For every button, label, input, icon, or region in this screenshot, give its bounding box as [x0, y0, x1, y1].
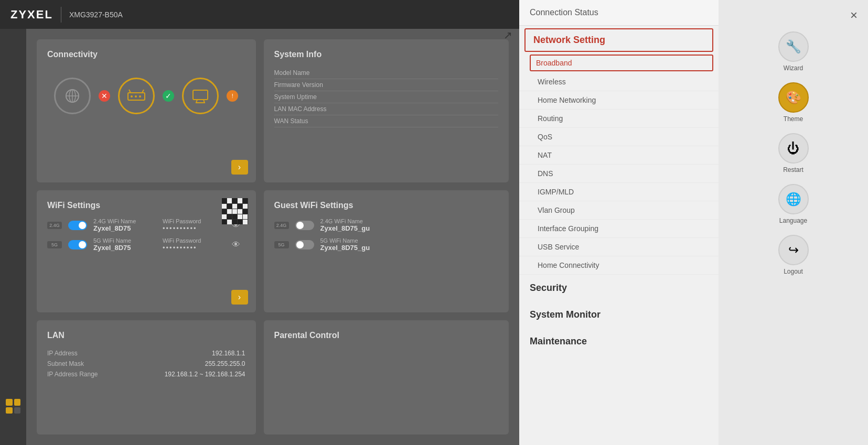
router-icon	[126, 89, 146, 103]
lan-value: 192.168.1.2 ~ 192.168.1.254	[165, 371, 245, 378]
left-sidebar	[0, 29, 26, 445]
nav-section-title[interactable]: Network Setting	[524, 28, 713, 52]
panel-icon-circle: 🎨	[778, 82, 809, 113]
guest-wifi-name-label: 2.4G WiFi Name	[320, 218, 383, 224]
panel-icon-wizard[interactable]: 🔧 Wizard	[778, 31, 809, 72]
sysinfo-row: LAN MAC Address	[274, 103, 499, 115]
topbar-divider	[61, 7, 61, 23]
wifi-toggle[interactable]	[68, 221, 87, 230]
lan-value: 192.168.1.1	[212, 350, 245, 357]
wifi-badge: 5G	[47, 241, 62, 248]
sysinfo-card: System Info Model NameFirmware VersionSy…	[264, 39, 509, 182]
sysinfo-label: WAN Status	[274, 117, 308, 125]
nav-header: Connection Status	[519, 0, 719, 26]
svg-point-9	[139, 95, 141, 97]
globe-icon	[64, 88, 81, 104]
connectivity-title: Connectivity	[47, 50, 245, 59]
sysinfo-label: LAN MAC Address	[274, 105, 327, 113]
lan-label: IP Address Range	[47, 371, 98, 378]
eye-icon[interactable]: 👁	[232, 240, 240, 249]
main-content: Connectivity ✕	[0, 29, 519, 445]
nav-section-security: Security	[519, 275, 719, 301]
grid-cell-1	[6, 399, 13, 406]
nav-section-title[interactable]: System Monitor	[519, 301, 719, 328]
grid-cell-2	[14, 399, 21, 406]
nav-item-wireless[interactable]: Wireless	[519, 73, 719, 91]
computer-circle	[182, 78, 219, 114]
router-circle	[118, 78, 155, 114]
guest-wifi-card: Guest WiFi Settings 2.4G 2.4G WiFi Name …	[264, 190, 509, 312]
nav-item-routing[interactable]: Routing	[519, 110, 719, 128]
panel-icon-circle: ↪	[778, 235, 809, 265]
guest-wifi-rows: 2.4G 2.4G WiFi Name Zyxel_8D75_gu 5G 5G …	[274, 218, 499, 252]
panel-icon-theme[interactable]: 🎨 Theme	[778, 82, 809, 123]
logo: ZYXEL	[10, 8, 53, 21]
nav-item-nat[interactable]: NAT	[519, 146, 719, 165]
wifi-rows: 2.4G 2.4G WiFi Name Zyxel_8D75 WiFi Pass…	[47, 218, 245, 252]
panel-icon-label: Theme	[784, 115, 803, 123]
guest-wifi-name-value: Zyxel_8D75_gu	[320, 244, 383, 252]
nav-item-home-connectivity[interactable]: Home Connectivity	[519, 256, 719, 275]
nav-item-interface-grouping[interactable]: Interface Grouping	[519, 220, 719, 238]
lan-card: LAN IP Address192.168.1.1Subnet Mask255.…	[37, 320, 256, 435]
nav-section-network-setting: Network SettingBroadbandWirelessHome Net…	[519, 28, 719, 275]
panel-icon-circle: ⏻	[778, 133, 809, 164]
sysinfo-row: System Uptime	[274, 91, 499, 103]
panel-icon-logout[interactable]: ↪ Logout	[778, 235, 809, 275]
guest-wifi-title: Guest WiFi Settings	[274, 201, 499, 210]
nav-section-title[interactable]: Security	[519, 275, 719, 301]
right-panel: × 🔧 Wizard 🎨 Theme ⏻ Restart 🌐 Language …	[719, 0, 868, 445]
panel-icon-label: Restart	[783, 166, 803, 173]
wifi-name-label: 2.4G WiFi Name	[93, 218, 156, 224]
lan-rows: IP Address192.168.1.1Subnet Mask255.255.…	[47, 348, 245, 379]
nav-item-home-networking[interactable]: Home Networking	[519, 91, 719, 110]
panel-icon-label: Wizard	[784, 64, 803, 72]
parental-card: Parental Control	[264, 320, 509, 435]
status-dot-green: ✓	[163, 90, 174, 102]
sysinfo-label: System Uptime	[274, 93, 317, 101]
lan-label: IP Address	[47, 350, 78, 357]
right-panel-items: 🔧 Wizard 🎨 Theme ⏻ Restart 🌐 Language ↪ …	[778, 31, 809, 286]
close-button[interactable]: ×	[850, 8, 858, 23]
nav-item-igmp/mld[interactable]: IGMP/MLD	[519, 183, 719, 201]
panel-icon-language[interactable]: 🌐 Language	[778, 184, 809, 224]
guest-wifi-toggle[interactable]	[295, 240, 314, 249]
guest-wifi-name-label: 5G WiFi Name	[320, 237, 383, 244]
sysinfo-row: WAN Status	[274, 115, 499, 127]
panel-icon-label: Language	[779, 217, 807, 224]
grid-cell-3	[6, 407, 13, 414]
connectivity-card: Connectivity ✕	[37, 39, 256, 182]
panel-icon-restart[interactable]: ⏻ Restart	[778, 133, 809, 173]
lan-value: 255.255.255.0	[205, 360, 245, 367]
connectivity-arrow-button[interactable]: ›	[231, 160, 248, 175]
wifi-pass-label: WiFi Password	[163, 218, 226, 224]
guest-wifi-toggle[interactable]	[295, 221, 314, 230]
lan-title: LAN	[47, 331, 245, 340]
panel-icon-label: Logout	[784, 268, 803, 275]
nav-item-qos[interactable]: QoS	[519, 128, 719, 146]
nav-item-vlan-group[interactable]: Vlan Group	[519, 201, 719, 220]
panel-icon-circle: 🌐	[778, 184, 809, 214]
wifi-name-value: Zyxel_8D75	[93, 224, 156, 232]
qr-code	[222, 198, 248, 224]
nav-item-dns[interactable]: DNS	[519, 165, 719, 183]
sysinfo-label: Firmware Version	[274, 81, 323, 89]
wifi-arrow-button[interactable]: ›	[231, 290, 248, 305]
wifi-toggle[interactable]	[68, 240, 87, 249]
lan-row: IP Address192.168.1.1	[47, 348, 245, 359]
nav-item-usb-service[interactable]: USB Service	[519, 238, 719, 256]
wifi-row-0: 2.4G 2.4G WiFi Name Zyxel_8D75 WiFi Pass…	[47, 218, 245, 232]
guest-wifi-badge: 2.4G	[274, 222, 289, 229]
model-name: XMG3927-B50A	[69, 10, 123, 19]
nav-sections: Network SettingBroadbandWirelessHome Net…	[519, 28, 719, 355]
nav-section-title[interactable]: Maintenance	[519, 328, 719, 355]
grid-icon[interactable]	[6, 399, 20, 414]
wifi-title: WiFi Settings	[47, 201, 245, 210]
status-dot-orange: !	[227, 90, 238, 102]
parental-title: Parental Control	[274, 331, 499, 340]
svg-point-8	[135, 95, 137, 97]
lan-row: Subnet Mask255.255.255.0	[47, 359, 245, 369]
lan-row: IP Address Range192.168.1.2 ~ 192.168.1.…	[47, 369, 245, 379]
lan-label: Subnet Mask	[47, 360, 84, 367]
nav-item-broadband[interactable]: Broadband	[530, 55, 713, 71]
